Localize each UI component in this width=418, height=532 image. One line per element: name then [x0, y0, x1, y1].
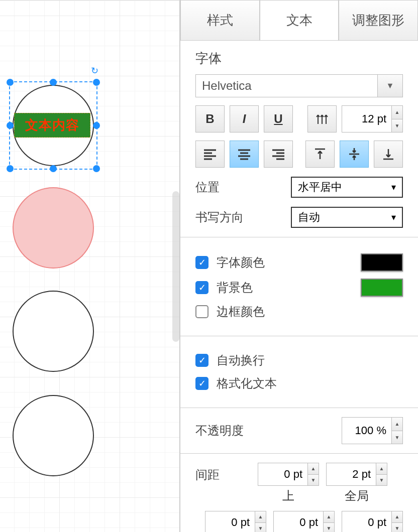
sidebar-panel: 样式 文本 调整图形 字体 Helvetica ▼ B I U ▲▼ — [180, 0, 418, 532]
spacing-global-spinner[interactable]: ▲▼ — [376, 463, 387, 486]
spacing-right-spinner[interactable]: ▲▼ — [392, 511, 403, 532]
spacing-bottom-input[interactable] — [273, 511, 324, 532]
italic-button[interactable]: I — [230, 105, 259, 132]
bold-button[interactable]: B — [195, 105, 225, 132]
canvas[interactable]: 文本内容 ↻ — [0, 0, 180, 532]
shape-circle-3[interactable] — [13, 291, 94, 372]
spinner-down-icon[interactable]: ▼ — [392, 431, 402, 444]
auto-wrap-label: 自动换行 — [217, 352, 265, 368]
wrap-section: ✓ 自动换行 ✓ 格式化文本 — [180, 336, 418, 408]
spacing-global-input[interactable] — [326, 463, 376, 486]
font-color-swatch[interactable] — [361, 253, 403, 272]
background-color-swatch[interactable] — [361, 279, 403, 297]
spacing-bottom-spinner[interactable]: ▲▼ — [324, 511, 335, 532]
spinner-down-icon[interactable]: ▼ — [392, 119, 402, 132]
resize-handle-tm[interactable] — [50, 79, 57, 86]
resize-handle-tl[interactable] — [7, 79, 14, 86]
valign-top-button[interactable] — [305, 141, 335, 168]
position-select[interactable]: 水平居中 ▾ — [291, 177, 403, 198]
spinner-up-icon[interactable]: ▲ — [308, 463, 319, 475]
spinner-down-icon[interactable]: ▼ — [324, 523, 334, 533]
spinner-up-icon[interactable]: ▲ — [392, 418, 402, 431]
valign-bottom-button[interactable] — [374, 141, 403, 168]
spinner-down-icon[interactable]: ▼ — [392, 523, 402, 533]
spinner-up-icon[interactable]: ▲ — [255, 511, 266, 523]
color-section: ✓ 字体颜色 ✓ 背景色 边框颜色 — [180, 237, 418, 336]
spinner-down-icon[interactable]: ▼ — [255, 523, 266, 533]
resize-handle-ml[interactable] — [7, 122, 14, 129]
font-section: 字体 Helvetica ▼ B I U ▲▼ — [180, 41, 418, 237]
valign-middle-button[interactable] — [340, 141, 369, 168]
spacing-top-spinner[interactable]: ▲▼ — [308, 463, 319, 486]
position-label: 位置 — [195, 179, 281, 195]
border-color-checkbox[interactable] — [195, 305, 208, 318]
writing-direction-label: 书写方向 — [195, 209, 281, 225]
opacity-spinner[interactable]: ▲▼ — [392, 417, 403, 444]
shape-circle-2[interactable] — [13, 187, 94, 269]
align-center-icon — [236, 146, 252, 162]
opacity-label: 不透明度 — [195, 423, 244, 439]
resize-handle-br[interactable] — [93, 165, 100, 172]
align-left-icon — [202, 146, 218, 162]
formatted-text-label: 格式化文本 — [217, 375, 277, 391]
spacing-left-input[interactable] — [205, 511, 255, 532]
spacing-left-spinner[interactable]: ▲▼ — [255, 511, 266, 532]
resize-handle-bl[interactable] — [7, 165, 14, 172]
valign-middle-icon — [346, 146, 362, 162]
resize-handle-tr[interactable] — [93, 79, 100, 86]
auto-wrap-checkbox[interactable]: ✓ — [195, 354, 208, 367]
spacing-right-input[interactable] — [342, 511, 392, 532]
valign-bottom-icon — [380, 146, 396, 162]
shape-circle-4[interactable] — [13, 395, 94, 476]
spacing-global-label: 全局 — [345, 488, 369, 504]
position-value: 水平居中 — [298, 180, 342, 195]
vertical-text-button[interactable] — [307, 105, 337, 132]
opacity-section: 不透明度 ▲▼ — [180, 408, 418, 454]
font-size-input[interactable] — [342, 105, 392, 132]
font-color-checkbox[interactable]: ✓ — [195, 256, 208, 269]
spinner-down-icon[interactable]: ▼ — [376, 475, 387, 486]
spacing-section: 间距 ▲▼ 上 ▲▼ 全局 ▲▼ — [180, 454, 418, 532]
font-family-select[interactable]: Helvetica ▼ — [195, 74, 403, 97]
formatted-text-checkbox[interactable]: ✓ — [195, 377, 208, 390]
writing-direction-value: 自动 — [298, 210, 320, 225]
font-label: 字体 — [195, 50, 403, 67]
vertical-arrows-icon — [314, 111, 330, 127]
tab-adjust-shape[interactable]: 调整图形 — [339, 0, 418, 40]
font-color-label: 字体颜色 — [217, 254, 265, 271]
spacing-label: 间距 — [195, 463, 251, 483]
font-family-value[interactable]: Helvetica — [195, 74, 378, 97]
align-center-button[interactable] — [230, 141, 259, 168]
tab-style[interactable]: 样式 — [180, 0, 260, 40]
tab-text[interactable]: 文本 — [260, 0, 339, 40]
align-right-icon — [270, 146, 286, 162]
dropdown-arrow-icon[interactable]: ▼ — [378, 74, 403, 97]
spinner-up-icon[interactable]: ▲ — [324, 511, 334, 523]
valign-top-icon — [312, 146, 328, 162]
underline-button[interactable]: U — [264, 105, 293, 132]
vertical-scrollbar[interactable] — [172, 191, 179, 342]
spacing-top-label: 上 — [282, 488, 294, 504]
background-color-label: 背景色 — [217, 280, 253, 296]
opacity-input[interactable] — [342, 417, 392, 444]
tabs: 样式 文本 调整图形 — [180, 0, 418, 41]
align-right-button[interactable] — [264, 141, 293, 168]
background-color-checkbox[interactable]: ✓ — [195, 281, 208, 294]
spinner-up-icon[interactable]: ▲ — [392, 106, 402, 119]
writing-direction-select[interactable]: 自动 ▾ — [291, 207, 403, 228]
resize-handle-bm[interactable] — [50, 165, 57, 172]
selection-box: ↻ — [9, 81, 97, 170]
spacing-top-input[interactable] — [258, 463, 308, 486]
rotate-handle[interactable]: ↻ — [91, 65, 100, 74]
align-left-button[interactable] — [195, 141, 225, 168]
chevron-down-icon: ▾ — [391, 182, 396, 193]
spinner-down-icon[interactable]: ▼ — [308, 475, 319, 486]
chevron-down-icon: ▾ — [391, 212, 396, 223]
spinner-up-icon[interactable]: ▲ — [376, 463, 387, 475]
border-color-label: 边框颜色 — [217, 304, 265, 320]
resize-handle-mr[interactable] — [93, 122, 100, 129]
spinner-up-icon[interactable]: ▲ — [392, 511, 402, 523]
font-size-spinner[interactable]: ▲▼ — [392, 105, 403, 132]
